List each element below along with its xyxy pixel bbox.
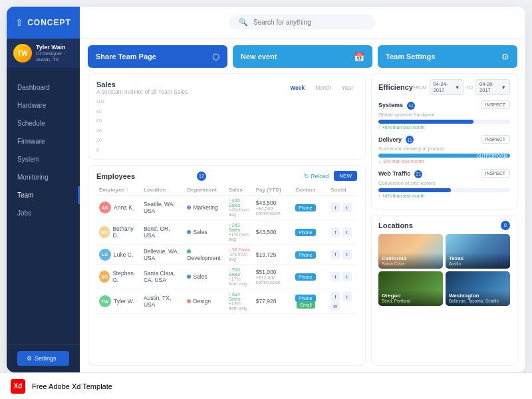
sidebar-item-system[interactable]: System — [7, 150, 80, 168]
sidebar-item-firmware[interactable]: Firmware — [7, 132, 80, 150]
progress-bar-bg: OUTPERFORM — [378, 154, 510, 158]
social-btn-f[interactable]: f — [331, 250, 340, 259]
social-btn-t[interactable]: t — [342, 250, 352, 259]
logo-icon: ⇧ — [15, 17, 23, 28]
emp-avatar: SO — [99, 271, 110, 283]
col-dept: Department — [184, 185, 225, 196]
new-employee-button[interactable]: NEW — [334, 171, 357, 181]
bar-chart — [108, 99, 152, 152]
emp-pay: $77,928 — [253, 289, 293, 314]
sidebar-item-jobs[interactable]: Jobs — [7, 204, 80, 222]
profile-role: UI Designer · Austin, TX — [36, 51, 73, 63]
social-btn-f[interactable]: f — [331, 292, 340, 301]
sidebar-item-dashboard[interactable]: Dashboard — [7, 78, 80, 96]
new-event-card[interactable]: New event 📅 — [233, 45, 372, 68]
loc-name: Washington — [449, 293, 507, 299]
social-btn-f[interactable]: f — [331, 272, 340, 281]
to-date-select[interactable]: 04-26-2017 ▼ — [475, 79, 510, 95]
dept-dot — [187, 230, 191, 234]
phone-button[interactable]: Phone — [295, 251, 315, 259]
email-button[interactable]: Email — [297, 301, 315, 309]
eff-title: Efficiency — [378, 83, 413, 91]
emp-location: Seattle, WA, USA — [141, 196, 185, 220]
sidebar-item-hardware[interactable]: Hardware — [7, 96, 80, 114]
chart-tab-year[interactable]: Year — [338, 83, 357, 92]
emp-name-text: Bethany D. — [112, 225, 138, 239]
inspect-button[interactable]: INSPECT — [481, 100, 510, 109]
location-item-washington[interactable]: Washington Bellevue, Tacoma, Seattle — [446, 271, 510, 306]
dept-dot — [187, 275, 191, 279]
progress-change: ↑ +4% than last month — [378, 194, 510, 198]
social-btn-f[interactable]: f — [331, 203, 340, 212]
from-date-select[interactable]: 04-24-2017 ▼ — [430, 79, 464, 95]
logo-text: CONCEPT — [27, 18, 71, 27]
share-team-page-card[interactable]: Share Team Page ⬡ — [88, 45, 227, 68]
sidebar-item-schedule[interactable]: Schedule — [7, 114, 80, 132]
emp-dept: Marketing — [184, 196, 225, 220]
employees-count-badge: 12 — [197, 172, 206, 181]
col-location: Location — [141, 185, 185, 196]
team-settings-card[interactable]: Team Settings ⚙ — [378, 45, 517, 68]
sidebar-item-team[interactable]: Team — [7, 186, 80, 204]
social-btn-t[interactable]: t — [342, 272, 352, 281]
team-settings-label: Team Settings — [386, 53, 501, 61]
phone-button[interactable]: Phone — [295, 273, 315, 281]
content-area: Sales A constant monitor of all Team Sal… — [80, 73, 525, 372]
settings-button[interactable]: ⚙ Settings — [17, 351, 69, 366]
location-item-oregon[interactable]: Oregon Bend, Portland — [378, 271, 443, 306]
loc-sub: Austin — [449, 261, 507, 266]
emp-name-text: Tyler W. — [114, 298, 134, 305]
eff-row-sub: Global systems hardware — [378, 112, 510, 118]
phone-button[interactable]: Phone — [295, 229, 315, 236]
reload-button[interactable]: ↻ Reload — [304, 173, 329, 180]
chart-tab-month[interactable]: Month — [311, 83, 335, 92]
search-input[interactable] — [253, 19, 360, 26]
progress-bar-fill — [378, 120, 473, 124]
dept-dot — [187, 205, 191, 209]
eff-row-sub: Conversion of site visitors — [378, 180, 510, 186]
emp-name-text: Anna K. — [114, 204, 134, 211]
dept-dot — [187, 249, 191, 253]
template-label: Free Adobe Xd Template — [32, 382, 112, 390]
location-item-texas[interactable]: Texas Austin — [446, 234, 510, 269]
gear-icon: ⚙ — [501, 52, 509, 62]
profile-name: Tyler Wain — [36, 44, 73, 51]
phone-button[interactable]: Phone — [295, 204, 315, 211]
calendar-icon: 📅 — [354, 52, 364, 62]
progress-bar-fill — [378, 188, 451, 192]
chart-tabs: Week Month Year — [286, 83, 357, 92]
loc-title: Locations — [378, 221, 498, 229]
loc-sub: Bend, Portland — [382, 299, 440, 303]
eff-row-sub: Successful delivery of product — [378, 146, 510, 152]
locations-count-badge: 8 — [501, 221, 510, 230]
xd-icon: Xd — [11, 379, 25, 394]
social-btn-t[interactable]: t — [342, 227, 352, 237]
social-btn-in[interactable]: in — [331, 301, 340, 311]
search-bar-wrap: 🔍 — [90, 15, 515, 30]
emp-location: Bend, OR, USA — [141, 220, 185, 245]
col-employee: Employee ↑ — [96, 185, 141, 196]
location-item-california[interactable]: California Santa Clara — [378, 234, 443, 269]
profile-info: Tyler Wain UI Designer · Austin, TX — [36, 44, 73, 63]
loc-name: California — [382, 255, 440, 261]
emp-social: f t in — [328, 289, 357, 314]
emp-location: Austin, TX, USA — [141, 289, 185, 314]
table-row: AK Anna K. Seattle, WA, USA Marketing ↑ … — [96, 196, 357, 220]
social-btn-t[interactable]: t — [342, 292, 352, 301]
loc-name: Texas — [449, 255, 507, 261]
emp-pay: $43,500 +$4,500 commission — [253, 196, 293, 220]
chart-tab-week[interactable]: Week — [286, 83, 309, 92]
efficiency-row-0: Systems 11 INSPECT Global systems hardwa… — [378, 100, 510, 130]
social-btn-t[interactable]: t — [342, 203, 352, 212]
chart-subtitle: A constant monitor of all Team Sales — [96, 88, 188, 95]
sidebar-item-monitoring[interactable]: Monitoring — [7, 168, 80, 186]
emp-contact: Phone — [293, 265, 328, 289]
search-input-wrap[interactable]: 🔍 — [229, 15, 376, 30]
social-btn-f[interactable]: f — [331, 227, 340, 237]
inspect-button[interactable]: INSPECT — [481, 169, 510, 178]
share-team-page-label: Share Team Page — [96, 53, 212, 61]
inspect-button[interactable]: INSPECT — [481, 135, 510, 144]
settings-label: Settings — [35, 355, 57, 362]
emp-contact: Phone — [293, 220, 328, 245]
col-contact: Contact — [293, 185, 328, 196]
